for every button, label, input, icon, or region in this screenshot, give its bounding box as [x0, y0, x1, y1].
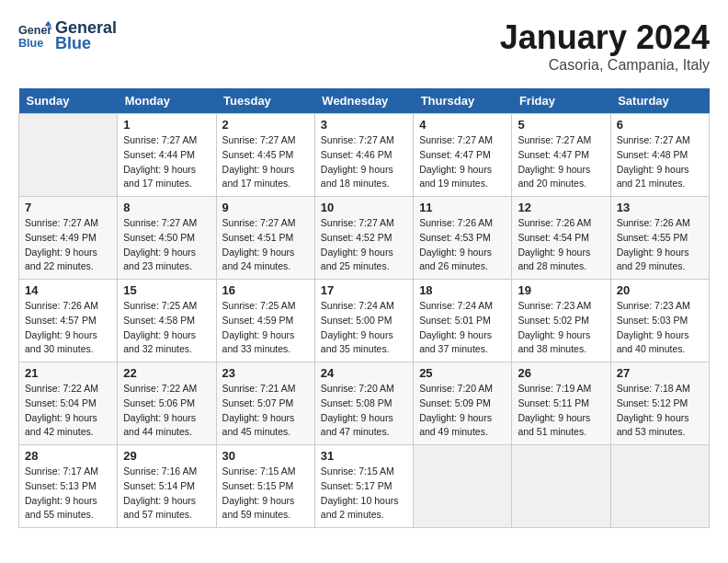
day-number: 9	[222, 201, 309, 214]
day-cell: 24Sunrise: 7:20 AM Sunset: 5:08 PM Dayli…	[314, 362, 413, 445]
day-number: 28	[25, 449, 111, 463]
day-cell: 10Sunrise: 7:27 AM Sunset: 4:52 PM Dayli…	[314, 197, 413, 280]
week-row-1: 1Sunrise: 7:27 AM Sunset: 4:44 PM Daylig…	[19, 114, 710, 197]
day-info: Sunrise: 7:18 AM Sunset: 5:12 PM Dayligh…	[617, 382, 703, 440]
day-number: 29	[123, 449, 210, 463]
day-info: Sunrise: 7:27 AM Sunset: 4:47 PM Dayligh…	[419, 133, 506, 191]
day-number: 12	[518, 201, 604, 214]
day-number: 30	[222, 449, 309, 463]
page-header: General Blue General Blue January 2024 C…	[18, 18, 710, 74]
day-number: 15	[123, 283, 210, 297]
day-number: 16	[222, 283, 309, 297]
day-number: 26	[518, 366, 604, 380]
day-cell: 2Sunrise: 7:27 AM Sunset: 4:45 PM Daylig…	[216, 114, 314, 197]
day-info: Sunrise: 7:24 AM Sunset: 5:01 PM Dayligh…	[419, 299, 506, 357]
day-cell: 14Sunrise: 7:26 AM Sunset: 4:57 PM Dayli…	[19, 280, 118, 362]
day-info: Sunrise: 7:15 AM Sunset: 5:17 PM Dayligh…	[321, 465, 407, 523]
day-info: Sunrise: 7:17 AM Sunset: 5:13 PM Dayligh…	[25, 465, 111, 523]
logo: General Blue General Blue	[18, 18, 117, 53]
day-info: Sunrise: 7:21 AM Sunset: 5:07 PM Dayligh…	[222, 382, 309, 440]
header-wednesday: Wednesday	[314, 88, 413, 114]
day-info: Sunrise: 7:27 AM Sunset: 4:50 PM Dayligh…	[123, 216, 210, 274]
day-cell: 17Sunrise: 7:24 AM Sunset: 5:00 PM Dayli…	[314, 280, 413, 362]
day-cell: 8Sunrise: 7:27 AM Sunset: 4:50 PM Daylig…	[118, 197, 216, 280]
logo-icon: General Blue	[18, 19, 51, 52]
day-cell: 25Sunrise: 7:20 AM Sunset: 5:09 PM Dayli…	[414, 362, 512, 445]
day-number: 2	[222, 118, 309, 132]
day-info: Sunrise: 7:24 AM Sunset: 5:00 PM Dayligh…	[321, 299, 407, 357]
day-cell: 20Sunrise: 7:23 AM Sunset: 5:03 PM Dayli…	[610, 280, 709, 362]
day-cell: 3Sunrise: 7:27 AM Sunset: 4:46 PM Daylig…	[314, 114, 413, 197]
day-number: 17	[321, 283, 407, 297]
day-cell	[610, 445, 709, 528]
day-cell: 15Sunrise: 7:25 AM Sunset: 4:58 PM Dayli…	[118, 280, 216, 362]
day-number: 5	[518, 118, 604, 132]
week-row-2: 7Sunrise: 7:27 AM Sunset: 4:49 PM Daylig…	[19, 197, 710, 280]
day-number: 22	[123, 366, 210, 380]
day-info: Sunrise: 7:27 AM Sunset: 4:44 PM Dayligh…	[123, 133, 210, 191]
day-info: Sunrise: 7:15 AM Sunset: 5:15 PM Dayligh…	[222, 465, 309, 523]
calendar-table: SundayMondayTuesdayWednesdayThursdayFrid…	[18, 88, 710, 528]
day-cell: 6Sunrise: 7:27 AM Sunset: 4:48 PM Daylig…	[610, 114, 709, 197]
day-cell: 27Sunrise: 7:18 AM Sunset: 5:12 PM Dayli…	[610, 362, 709, 445]
day-cell: 5Sunrise: 7:27 AM Sunset: 4:47 PM Daylig…	[512, 114, 610, 197]
day-info: Sunrise: 7:27 AM Sunset: 4:48 PM Dayligh…	[617, 133, 703, 191]
day-info: Sunrise: 7:27 AM Sunset: 4:51 PM Dayligh…	[222, 216, 309, 274]
day-info: Sunrise: 7:16 AM Sunset: 5:14 PM Dayligh…	[123, 465, 210, 523]
day-number: 21	[25, 366, 111, 380]
day-cell: 12Sunrise: 7:26 AM Sunset: 4:54 PM Dayli…	[512, 197, 610, 280]
day-info: Sunrise: 7:19 AM Sunset: 5:11 PM Dayligh…	[518, 382, 604, 440]
day-number: 24	[321, 366, 407, 380]
day-cell: 28Sunrise: 7:17 AM Sunset: 5:13 PM Dayli…	[19, 445, 118, 528]
day-cell: 11Sunrise: 7:26 AM Sunset: 4:53 PM Dayli…	[414, 197, 512, 280]
header-friday: Friday	[512, 88, 610, 114]
svg-text:Blue: Blue	[18, 37, 43, 50]
day-number: 8	[123, 201, 210, 214]
day-cell: 9Sunrise: 7:27 AM Sunset: 4:51 PM Daylig…	[216, 197, 314, 280]
day-cell	[19, 114, 118, 197]
day-number: 10	[321, 201, 407, 214]
header-thursday: Thursday	[414, 88, 512, 114]
day-cell: 22Sunrise: 7:22 AM Sunset: 5:06 PM Dayli…	[118, 362, 216, 445]
day-cell	[414, 445, 512, 528]
day-info: Sunrise: 7:27 AM Sunset: 4:52 PM Dayligh…	[321, 216, 407, 274]
day-cell: 13Sunrise: 7:26 AM Sunset: 4:55 PM Dayli…	[610, 197, 709, 280]
calendar-header-row: SundayMondayTuesdayWednesdayThursdayFrid…	[19, 88, 710, 114]
day-number: 20	[617, 283, 703, 297]
day-info: Sunrise: 7:27 AM Sunset: 4:47 PM Dayligh…	[518, 133, 604, 191]
week-row-4: 21Sunrise: 7:22 AM Sunset: 5:04 PM Dayli…	[19, 362, 710, 445]
day-cell: 1Sunrise: 7:27 AM Sunset: 4:44 PM Daylig…	[118, 114, 216, 197]
day-number: 14	[25, 283, 111, 297]
day-info: Sunrise: 7:25 AM Sunset: 4:58 PM Dayligh…	[123, 299, 210, 357]
day-cell: 31Sunrise: 7:15 AM Sunset: 5:17 PM Dayli…	[314, 445, 413, 528]
day-info: Sunrise: 7:23 AM Sunset: 5:03 PM Dayligh…	[617, 299, 703, 357]
day-info: Sunrise: 7:27 AM Sunset: 4:49 PM Dayligh…	[25, 216, 111, 274]
day-number: 27	[617, 366, 703, 380]
day-cell: 21Sunrise: 7:22 AM Sunset: 5:04 PM Dayli…	[19, 362, 118, 445]
logo-blue-text: Blue	[55, 34, 117, 53]
header-monday: Monday	[118, 88, 216, 114]
title-block: January 2024 Casoria, Campania, Italy	[500, 18, 710, 74]
week-row-5: 28Sunrise: 7:17 AM Sunset: 5:13 PM Dayli…	[19, 445, 710, 528]
day-info: Sunrise: 7:26 AM Sunset: 4:53 PM Dayligh…	[419, 216, 506, 274]
day-cell: 4Sunrise: 7:27 AM Sunset: 4:47 PM Daylig…	[414, 114, 512, 197]
header-saturday: Saturday	[610, 88, 709, 114]
day-number: 1	[123, 118, 210, 132]
day-cell: 7Sunrise: 7:27 AM Sunset: 4:49 PM Daylig…	[19, 197, 118, 280]
day-info: Sunrise: 7:22 AM Sunset: 5:04 PM Dayligh…	[25, 382, 111, 440]
day-number: 23	[222, 366, 309, 380]
day-cell: 16Sunrise: 7:25 AM Sunset: 4:59 PM Dayli…	[216, 280, 314, 362]
day-cell: 18Sunrise: 7:24 AM Sunset: 5:01 PM Dayli…	[414, 280, 512, 362]
week-row-3: 14Sunrise: 7:26 AM Sunset: 4:57 PM Dayli…	[19, 280, 710, 362]
day-cell: 29Sunrise: 7:16 AM Sunset: 5:14 PM Dayli…	[118, 445, 216, 528]
day-info: Sunrise: 7:22 AM Sunset: 5:06 PM Dayligh…	[123, 382, 210, 440]
day-cell: 23Sunrise: 7:21 AM Sunset: 5:07 PM Dayli…	[216, 362, 314, 445]
day-number: 11	[419, 201, 506, 214]
day-number: 6	[617, 118, 703, 132]
day-info: Sunrise: 7:23 AM Sunset: 5:02 PM Dayligh…	[518, 299, 604, 357]
day-info: Sunrise: 7:20 AM Sunset: 5:08 PM Dayligh…	[321, 382, 407, 440]
day-info: Sunrise: 7:20 AM Sunset: 5:09 PM Dayligh…	[419, 382, 506, 440]
day-info: Sunrise: 7:26 AM Sunset: 4:55 PM Dayligh…	[617, 216, 703, 274]
day-number: 19	[518, 283, 604, 297]
header-sunday: Sunday	[19, 88, 118, 114]
